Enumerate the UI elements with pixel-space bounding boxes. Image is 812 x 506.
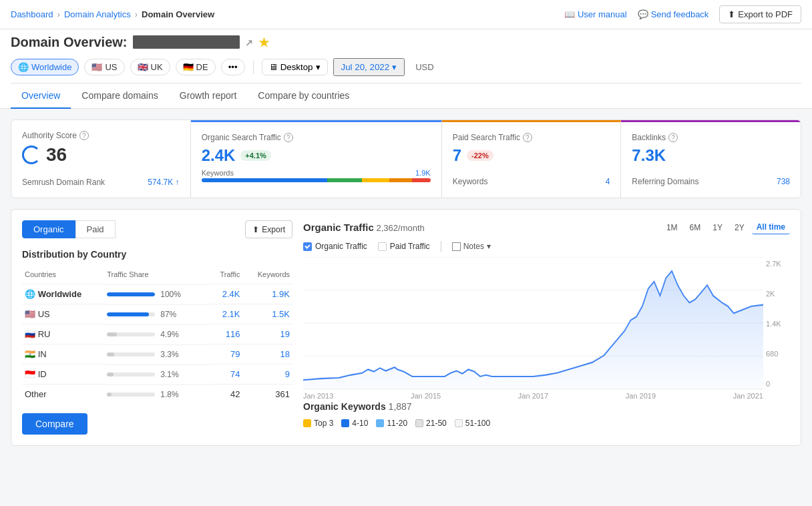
export-button[interactable]: ⬆ Export: [245, 220, 292, 238]
device-selector[interactable]: 🖥 Desktop ▾: [262, 59, 328, 75]
tab-compare-domains[interactable]: Compare domains: [71, 83, 168, 109]
keywords-cell[interactable]: 9: [242, 364, 292, 385]
kw-4-10-dot: [341, 419, 349, 427]
kw-4-10[interactable]: 4-10: [341, 419, 368, 428]
organic-check-icon: [303, 242, 312, 251]
traffic-share-cell: 1.8%: [104, 385, 209, 404]
worldwide-button[interactable]: 🌐 Worldwide: [11, 59, 79, 75]
backlinks-info-icon[interactable]: ?: [668, 133, 678, 142]
traffic-share-bar-bg: [107, 312, 155, 316]
legend-divider: [441, 241, 441, 252]
paid-tab-pill[interactable]: Paid: [75, 220, 116, 238]
time-1m[interactable]: 1M: [662, 221, 682, 234]
country-flag-icon: 🇷🇺: [25, 329, 35, 339]
date-chevron-down-icon: ▾: [392, 62, 397, 72]
page-header: Domain Overview: ↗ ★ 🌐 Worldwide 🇺🇸 US 🇬…: [0, 29, 812, 109]
date-selector[interactable]: Jul 20, 2022 ▾: [333, 58, 405, 76]
traffic-share-bar-bg: [107, 292, 155, 296]
col-countries: Countries: [22, 268, 104, 284]
traffic-share-cell: 3.1%: [104, 364, 209, 384]
traffic-share-cell: 4.9%: [104, 324, 209, 344]
keywords-cell[interactable]: 19: [242, 324, 292, 344]
traffic-share-bar-fill: [107, 393, 112, 397]
tab-overview[interactable]: Overview: [11, 83, 71, 109]
de-flag-icon: 🇩🇪: [183, 62, 194, 72]
x-axis-labels: Jan 2013 Jan 2015 Jan 2017 Jan 2019 Jan …: [303, 392, 763, 400]
organic-traffic-info-icon[interactable]: ?: [284, 133, 293, 142]
kw-top3[interactable]: Top 3: [303, 419, 333, 428]
traffic-share-cell: 100%: [104, 284, 209, 304]
traffic-share-bar-fill: [107, 292, 155, 296]
organic-traffic-card: Organic Search Traffic ? 2.4K +4.1% Keyw…: [191, 120, 442, 198]
authority-score-circle: [22, 146, 41, 164]
nav-tabs: Overview Compare domains Growth report C…: [11, 83, 801, 108]
kw-11-20[interactable]: 11-20: [376, 419, 407, 428]
traffic-cell[interactable]: 42: [209, 385, 242, 405]
feedback-icon: 💬: [638, 9, 648, 19]
paid-traffic-info-icon[interactable]: ?: [523, 133, 532, 142]
legend-paid[interactable]: Paid Traffic: [378, 242, 430, 251]
keywords-cell[interactable]: 1.9K: [242, 284, 292, 304]
table-row[interactable]: 🇮🇩 ID 3.1% 74 9: [22, 364, 292, 385]
top-actions: 📖 User manual 💬 Send feedback ⬆ Export t…: [564, 5, 801, 23]
kw-21-50[interactable]: 21-50: [415, 419, 447, 428]
traffic-share-bar-fill: [107, 352, 114, 356]
favorite-star-icon[interactable]: ★: [258, 35, 269, 50]
organic-tab-pill[interactable]: Organic: [22, 220, 75, 238]
user-manual-link[interactable]: 📖 User manual: [564, 9, 627, 19]
authority-score-card: Authority Score ? 36 Semrush Domain Rank…: [11, 120, 191, 198]
country-cell: Other: [22, 385, 104, 405]
table-row[interactable]: 🇺🇸 US 87% 2.1K 1.5K: [22, 304, 292, 324]
more-countries-button[interactable]: •••: [221, 59, 245, 75]
keywords-bar: Keywords 1.9K: [202, 169, 431, 182]
time-range-controls: 1M 6M 1Y 2Y All time: [662, 220, 790, 234]
kw-51-100[interactable]: 51-100: [455, 419, 490, 428]
breadcrumb-current: Domain Overview: [142, 9, 214, 19]
organic-paid-tabs: Organic Paid ⬆ Export: [22, 220, 292, 238]
authority-score-info-icon[interactable]: ?: [79, 131, 89, 140]
uk-flag-icon: 🇬🇧: [138, 62, 148, 72]
keywords-legend: Top 3 4-10 11-20 21-50: [303, 419, 790, 428]
compare-button[interactable]: Compare: [22, 413, 87, 435]
globe-icon: 🌐: [18, 62, 29, 72]
keywords-cell[interactable]: 18: [242, 344, 292, 364]
time-1y[interactable]: 1Y: [708, 221, 727, 234]
chart-panel: Organic Traffic 2,362/month 1M 6M 1Y 2Y …: [303, 220, 790, 435]
country-flag-icon: 🇺🇸: [25, 309, 35, 319]
country-cell: 🇮🇩 ID: [22, 364, 104, 385]
table-row[interactable]: 🇮🇳 IN 3.3% 79 18: [22, 344, 292, 364]
time-alltime[interactable]: All time: [752, 220, 790, 234]
traffic-cell[interactable]: 116: [209, 324, 242, 344]
traffic-cell[interactable]: 2.1K: [209, 304, 242, 324]
country-cell: 🌐 Worldwide: [22, 284, 104, 304]
table-row[interactable]: Other 1.8% 42 361: [22, 385, 292, 405]
de-filter-button[interactable]: 🇩🇪 DE: [176, 59, 216, 75]
legend-organic[interactable]: Organic Traffic: [303, 242, 367, 251]
export-pdf-button[interactable]: ⬆ Export to PDF: [719, 5, 801, 23]
time-6m[interactable]: 6M: [685, 221, 706, 234]
distribution-table: Countries Traffic Share Traffic Keywords…: [22, 268, 292, 404]
keywords-cell[interactable]: 361: [242, 385, 292, 405]
breadcrumb-dashboard[interactable]: Dashboard: [11, 9, 53, 19]
bar-segment-red: [412, 178, 430, 182]
top-bar: Dashboard › Domain Analytics › Domain Ov…: [0, 0, 812, 29]
time-2y[interactable]: 2Y: [730, 221, 749, 234]
keywords-cell[interactable]: 1.5K: [242, 304, 292, 324]
traffic-cell[interactable]: 79: [209, 344, 242, 364]
currency-selector[interactable]: USD: [410, 59, 439, 75]
table-row[interactable]: 🌐 Worldwide 100% 2.4K 1.9K: [22, 284, 292, 304]
table-row[interactable]: 🇷🇺 RU 4.9% 116 19: [22, 324, 292, 344]
uk-filter-button[interactable]: 🇬🇧 UK: [130, 59, 170, 75]
legend-notes[interactable]: Notes ▾: [452, 242, 491, 251]
external-link-icon[interactable]: ↗: [245, 37, 253, 48]
tab-growth-report[interactable]: Growth report: [169, 83, 248, 109]
country-flag-icon: 🇮🇳: [25, 349, 35, 359]
us-filter-button[interactable]: 🇺🇸 US: [84, 59, 124, 75]
traffic-cell[interactable]: 2.4K: [209, 284, 242, 304]
traffic-cell[interactable]: 74: [209, 364, 242, 385]
chart-count: 2,362/month: [377, 223, 425, 233]
send-feedback-link[interactable]: 💬 Send feedback: [638, 9, 709, 19]
tab-compare-countries[interactable]: Compare by countries: [247, 83, 360, 109]
breadcrumb-domain-analytics[interactable]: Domain Analytics: [64, 9, 131, 19]
domain-name-redacted: [133, 35, 240, 49]
